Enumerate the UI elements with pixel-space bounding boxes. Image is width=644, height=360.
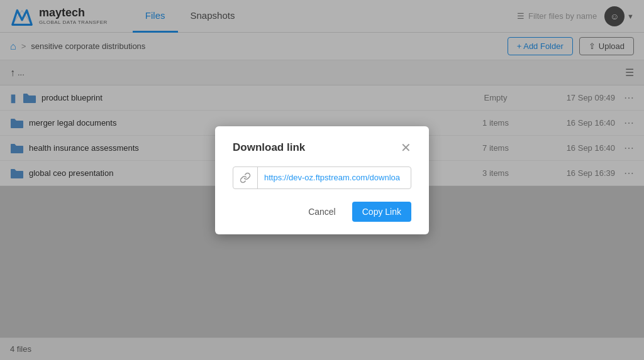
download-link-modal: Download link ✕ Cancel Copy Link [215,126,429,234]
close-icon[interactable]: ✕ [401,141,411,154]
link-input-row [233,166,411,189]
modal-title: Download link [233,141,305,154]
link-input-field[interactable] [258,168,411,187]
cancel-button[interactable]: Cancel [298,202,346,222]
modal-overlay: Download link ✕ Cancel Copy Link [0,0,644,360]
modal-header: Download link ✕ [233,141,411,154]
link-icon [233,167,258,188]
modal-actions: Cancel Copy Link [233,202,411,222]
chain-link-icon [240,172,251,183]
copy-link-button[interactable]: Copy Link [352,202,411,222]
